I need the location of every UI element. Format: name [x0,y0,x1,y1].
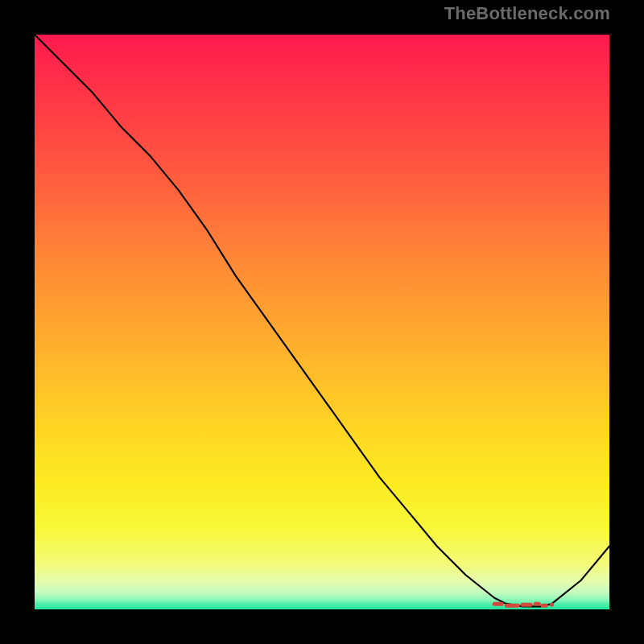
attribution-label: TheBottleneck.com [444,3,610,24]
optimum-band-marker [494,604,551,605]
bottleneck-curve [35,35,609,606]
chart-svg [35,35,609,609]
chart-stage: TheBottleneck.com [0,0,644,644]
plot-area [35,35,609,609]
